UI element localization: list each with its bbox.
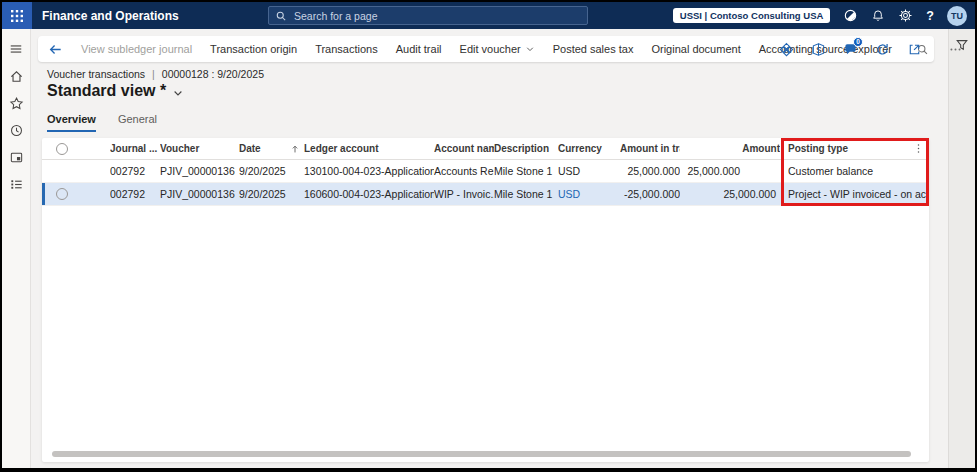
cell-currency-link[interactable]: USD (558, 188, 620, 200)
col-header-currency[interactable]: Currency (558, 143, 620, 154)
cell-account-name: WIP - Invoic... (434, 188, 494, 200)
home-icon[interactable] (8, 68, 24, 84)
detail-tabs: Overview General (47, 113, 157, 132)
cell-voucher: PJIV_00000136 (160, 165, 239, 177)
cell-ledger-account: 160600-004-023-Application De... (304, 188, 434, 200)
cell-date: 9/20/2025 (239, 165, 290, 177)
col-header-journal[interactable]: Journal ... (110, 143, 160, 154)
power-apps-icon[interactable] (779, 42, 794, 57)
cell-ledger-account: 130100-004-023-Application De... (304, 165, 434, 177)
row-select-radio[interactable] (56, 188, 68, 200)
main-content: View subledger journal Transaction origi… (32, 29, 975, 468)
tab-overview[interactable]: Overview (47, 113, 96, 132)
view-selector-chevron-icon[interactable] (172, 87, 184, 99)
cell-amount: 25,000.000 (680, 188, 780, 200)
contrast-icon[interactable] (843, 8, 858, 23)
nav-sidebar (2, 29, 31, 468)
waffle-icon (11, 10, 23, 22)
breadcrumb-page[interactable]: Voucher transactions (47, 68, 145, 80)
chevron-down-icon (525, 44, 535, 54)
cell-description: Mile Stone 1 (494, 188, 558, 200)
favorites-star-icon[interactable] (8, 95, 24, 111)
tab-general[interactable]: General (118, 113, 157, 132)
action-pane-tools (916, 43, 962, 56)
grid-row-2-selected[interactable]: 002792 PJIV_00000136 9/20/2025 160600-00… (42, 183, 929, 206)
action-transactions[interactable]: Transactions (315, 43, 378, 55)
sort-ascending-icon (290, 144, 300, 154)
cell-description: Mile Stone 1 (494, 165, 558, 177)
cell-amount-in-transaction: 25,000.000 (620, 165, 680, 177)
recent-clock-icon[interactable] (8, 122, 24, 138)
back-arrow-icon (48, 42, 63, 57)
action-view-subledger-journal: View subledger journal (81, 43, 192, 55)
cell-posting-type: Customer balance (788, 165, 929, 177)
col-header-date[interactable]: Date (239, 143, 290, 154)
refresh-icon[interactable] (875, 42, 890, 57)
column-options-icon[interactable] (914, 143, 923, 154)
cell-posting-type: Project - WIP invoiced - on accou... (788, 188, 929, 200)
environment-badge[interactable]: USSI | Contoso Consulting USA (673, 8, 831, 23)
grid-header-row: Journal ... Voucher Date Ledger account … (42, 138, 929, 160)
user-avatar[interactable]: TU (947, 6, 967, 26)
top-bar: Finance and Operations USSI | Contoso Co… (2, 2, 975, 29)
action-edit-voucher[interactable]: Edit voucher (460, 43, 535, 55)
cell-amount-in-transaction: -25,000.000 (620, 188, 680, 200)
cell-journal: 002792 (110, 165, 160, 177)
help-button[interactable]: ? (926, 9, 934, 23)
col-header-amount-in-transaction[interactable]: Amount in tra... (620, 143, 680, 154)
action-audit-trail[interactable]: Audit trail (396, 43, 442, 55)
workspaces-icon[interactable] (8, 149, 24, 165)
search-input[interactable] (292, 9, 562, 23)
page-title-row: Standard view * (47, 82, 184, 100)
hamburger-menu-icon[interactable] (8, 41, 24, 57)
messages-count-badge: 0 (853, 37, 863, 47)
back-button[interactable] (48, 42, 63, 57)
action-posted-sales-tax[interactable]: Posted sales tax (553, 43, 634, 55)
page-title: Standard view * (47, 82, 166, 100)
action-pane: View subledger journal Transaction origi… (38, 36, 934, 62)
cell-journal: 002792 (110, 188, 160, 200)
action-original-document[interactable]: Original document (651, 43, 740, 55)
cell-date: 9/20/2025 (239, 188, 290, 200)
horizontal-scrollbar[interactable] (52, 451, 911, 457)
cell-account-name: Accounts Re... (434, 165, 494, 177)
page-search-box[interactable] (268, 6, 588, 25)
app-title: Finance and Operations (42, 9, 179, 23)
select-all-radio[interactable] (56, 143, 68, 155)
messages-button[interactable]: 0 (843, 42, 858, 57)
topbar-right-controls: USSI | Contoso Consulting USA (673, 2, 967, 29)
breadcrumb-record-id: 00000128 : 9/20/2025 (162, 68, 264, 80)
search-icon (275, 10, 287, 22)
task-guide-book-icon[interactable] (811, 42, 826, 57)
breadcrumb: Voucher transactions | 00000128 : 9/20/2… (47, 68, 264, 80)
col-header-posting-type[interactable]: Posting type (780, 143, 929, 154)
action-transaction-origin[interactable]: Transaction origin (210, 43, 297, 55)
filter-pane-strip (948, 29, 975, 468)
col-header-ledger-account[interactable]: Ledger account (304, 143, 434, 154)
more-ellipsis-icon[interactable] (949, 43, 962, 56)
app-launcher-button[interactable] (2, 2, 32, 29)
app-window: Finance and Operations USSI | Contoso Co… (2, 2, 975, 468)
breadcrumb-separator: | (152, 68, 155, 80)
voucher-transactions-grid: Journal ... Voucher Date Ledger account … (42, 138, 929, 462)
modules-list-icon[interactable] (8, 176, 24, 192)
col-header-voucher[interactable]: Voucher (160, 143, 239, 154)
settings-gear-icon[interactable] (898, 8, 913, 23)
grid-row-1[interactable]: 002792 PJIV_00000136 9/20/2025 130100-00… (42, 160, 929, 183)
cell-amount: 25,000.000 (680, 165, 780, 177)
action-pane-right-icons: 0 (779, 42, 922, 57)
cell-currency: USD (558, 165, 620, 177)
col-header-description[interactable]: Description (494, 143, 558, 154)
col-header-amount[interactable]: Amount (680, 143, 780, 154)
cell-voucher: PJIV_00000136 (160, 188, 239, 200)
open-in-new-window-icon[interactable] (907, 42, 922, 57)
col-header-account-name[interactable]: Account name (434, 143, 494, 154)
notifications-bell-icon[interactable] (871, 9, 885, 23)
